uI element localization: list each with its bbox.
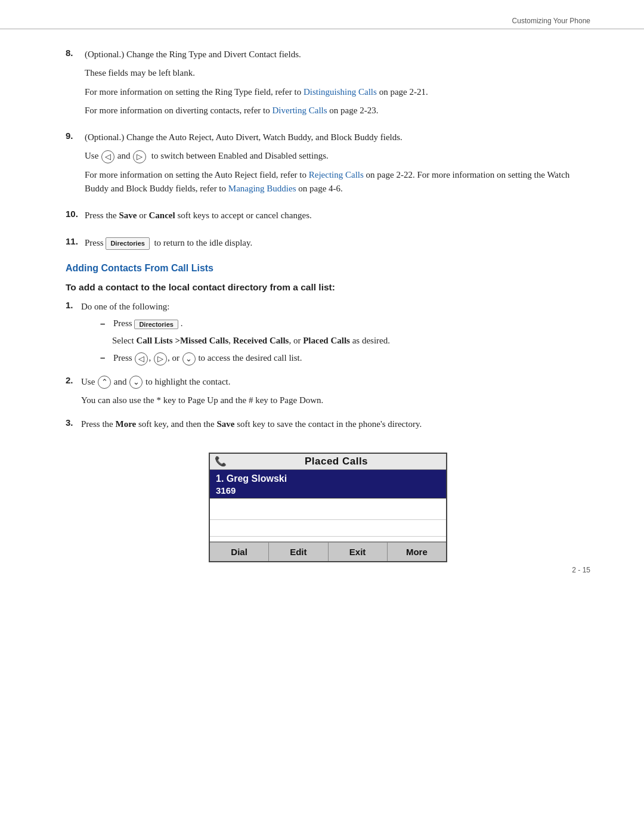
step-10-block: 10. Press the Save or Cancel soft keys t… [66,209,590,227]
page-container: Customizing Your Phone 8. (Optional.) Ch… [0,0,644,598]
section-step-2: 2. Use ⌃ and ⌄ to highlight the contact.… [66,375,590,413]
step-11-content: Press Directories to return to the idle … [85,236,590,255]
step-9-p2: For more information on setting the Auto… [85,168,590,196]
main-content: 8. (Optional.) Change the Ring Type and … [66,48,590,562]
managing-buddies-link[interactable]: Managing Buddies [228,184,296,193]
section-step-1-content: Do one of the following: – Press Directo… [81,300,590,370]
directories-button-inline[interactable]: Directories [106,237,149,250]
contact-name: 1. Greg Slowski [216,473,440,484]
softkey-dial[interactable]: Dial [210,543,269,561]
phone-empty-rows [210,498,446,541]
phone-screen-wrapper: 📞 Placed Calls 1. Greg Slowski 3169 Dial [209,453,447,562]
dash2-block: – Press ◁, ▷, or ⌄ to access the desired… [100,352,590,366]
phone-softkeys: Dial Edit Exit More [210,542,446,561]
phone-icon: 📞 [215,456,227,467]
step-8-block: 8. (Optional.) Change the Ring Type and … [66,48,590,122]
step-8-p1: These fields may be left blank. [85,66,590,80]
softkey-more[interactable]: More [388,543,446,561]
step-9-num: 9. [66,131,85,141]
bold-heading: To add a contact to the local contact di… [66,282,590,293]
step-10-content: Press the Save or Cancel soft keys to ac… [85,209,590,227]
select-text: Select Call Lists >Missed Calls, Receive… [112,334,590,348]
step-10-main: Press the Save or Cancel soft keys to ac… [85,209,590,222]
step-9-main: (Optional.) Change the Auto Reject, Auto… [85,131,590,144]
step-8-content: (Optional.) Change the Ring Type and Div… [85,48,590,122]
softkey-edit[interactable]: Edit [269,543,328,561]
dash2-sym: – [100,352,113,363]
section-step-1: 1. Do one of the following: – Press Dire… [66,300,590,370]
diverting-calls-link[interactable]: Diverting Calls [273,106,327,115]
rejecting-calls-link[interactable]: Rejecting Calls [309,170,364,179]
dash1-item: – Press Directories . [100,318,590,329]
section-step-1-num: 1. [66,300,81,310]
left-nav-btn: ◁ [135,352,148,366]
step-9-p1: Use ◁ and ▷ to switch between Enabled an… [85,149,590,163]
dash1-content: Press Directories . [113,318,182,329]
step-11-num: 11. [66,236,85,246]
step-11-block: 11. Press Directories to return to the i… [66,236,590,255]
section-step-3-content: Press the More soft key, and then the Sa… [81,417,590,436]
select-text-block: Select Call Lists >Missed Calls, Receive… [112,334,590,348]
section-heading: Adding Contacts From Call Lists [66,263,590,274]
phone-empty-row-2 [210,520,446,537]
step-9-block: 9. (Optional.) Change the Auto Reject, A… [66,131,590,200]
step-10-num: 10. [66,209,85,219]
right-arrow-btn: ▷ [133,150,146,163]
dash1-sym: – [100,318,113,329]
distinguishing-calls-link[interactable]: Distinguishing Calls [304,87,377,97]
step-8-p3: For more information on diverting contac… [85,104,590,117]
down-nav-btn: ⌄ [182,352,196,366]
header-rule [0,29,644,29]
phone-titlebar: 📞 Placed Calls [210,454,446,470]
right-nav-btn: ▷ [154,352,167,366]
step-8-num: 8. [66,48,85,58]
step1-text: Do one of the following: [81,300,590,314]
page-number: 2 - 15 [572,566,590,574]
section-step-3-num: 3. [66,417,81,428]
up-nav-btn: ⌃ [98,376,111,389]
dash2-item: – Press ◁, ▷, or ⌄ to access the desired… [100,352,590,366]
phone-screen: 📞 Placed Calls 1. Greg Slowski 3169 Dial [209,453,447,562]
step-9-content: (Optional.) Change the Auto Reject, Auto… [85,131,590,200]
phone-body: 1. Greg Slowski 3169 [210,470,446,542]
step-8-main: (Optional.) Change the Ring Type and Div… [85,48,590,61]
phone-screen-title: Placed Calls [231,456,441,467]
phone-empty-row-1 [210,503,446,520]
directories-button-dash1[interactable]: Directories [134,320,178,329]
left-arrow-btn: ◁ [101,150,114,163]
softkey-exit[interactable]: Exit [329,543,388,561]
phone-selected-row: 1. Greg Slowski 3169 [210,470,446,498]
step3-text: Press the More soft key, and then the Sa… [81,417,590,431]
step2-text: Use ⌃ and ⌄ to highlight the contact. [81,375,590,389]
step2-note: You can also use the * key to Page Up an… [81,394,590,407]
dash2-content: Press ◁, ▷, or ⌄ to access the desired c… [113,352,302,366]
step-11-main: Press Directories to return to the idle … [85,236,590,250]
section-step-2-num: 2. [66,375,81,385]
section-step-2-content: Use ⌃ and ⌄ to highlight the contact. Yo… [81,375,590,413]
header-label: Customizing Your Phone [512,17,590,25]
contact-number: 3169 [216,485,440,496]
dash1-block: – Press Directories . [100,318,590,329]
step-8-p2: For more information on setting the Ring… [85,85,590,99]
down-nav-btn2: ⌄ [129,376,143,389]
section-step-3: 3. Press the More soft key, and then the… [66,417,590,436]
